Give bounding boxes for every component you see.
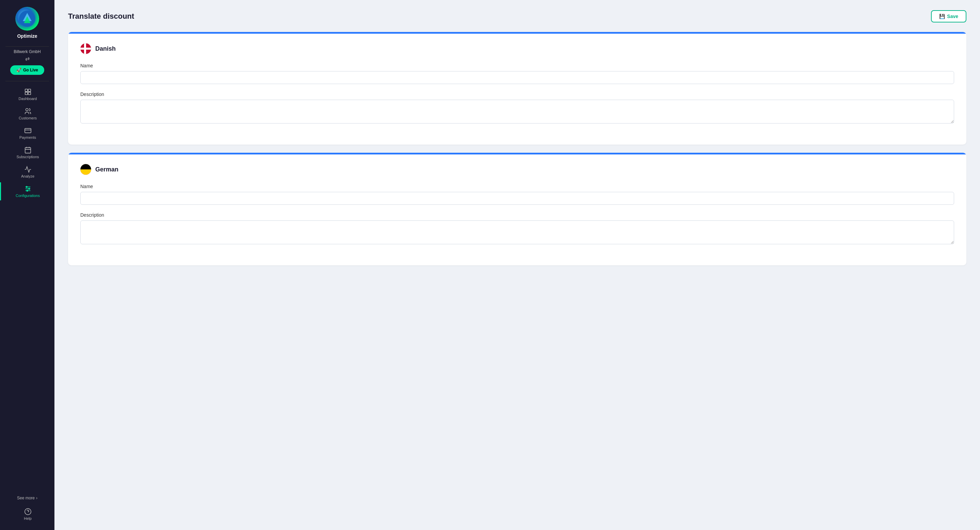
german-card: German Name Description: [68, 153, 966, 265]
app-logo: [15, 7, 39, 31]
svg-point-16: [24, 509, 30, 515]
german-flag: [80, 164, 91, 175]
svg-rect-3: [25, 89, 27, 92]
go-live-button[interactable]: 🚀 Go Live: [10, 65, 44, 75]
danish-lang-name: Danish: [95, 45, 116, 52]
sidebar: Optimize Billwerk GmbH ⇄ 🚀 Go Live Dashb…: [0, 0, 54, 530]
rocket-icon: 🚀: [16, 68, 21, 73]
danish-name-label: Name: [80, 63, 954, 68]
svg-rect-5: [25, 92, 27, 95]
german-description-input[interactable]: [80, 221, 954, 244]
switch-icon[interactable]: ⇄: [25, 56, 30, 62]
sidebar-bottom: See more › Help: [0, 493, 54, 527]
svg-rect-20: [84, 43, 86, 54]
sidebar-item-subscriptions[interactable]: Subscriptions: [0, 144, 54, 162]
danish-name-input[interactable]: [80, 71, 954, 84]
svg-rect-9: [25, 148, 30, 154]
page-title: Translate discount: [68, 12, 134, 21]
german-description-label: Description: [80, 212, 954, 218]
danish-flag: [80, 43, 91, 54]
svg-rect-6: [28, 92, 30, 95]
german-lang-header: German: [80, 164, 954, 175]
svg-point-7: [25, 108, 28, 111]
main-content: Translate discount 💾 Save Danish: [54, 0, 980, 530]
chevron-right-icon: ›: [36, 496, 37, 500]
danish-card-body: Danish Name Description: [68, 34, 966, 144]
danish-lang-header: Danish: [80, 43, 954, 54]
german-name-label: Name: [80, 184, 954, 189]
german-name-input[interactable]: [80, 192, 954, 205]
save-icon: 💾: [939, 14, 945, 19]
dashboard-label: Dashboard: [19, 97, 37, 101]
sidebar-item-customers[interactable]: Customers: [0, 105, 54, 123]
save-button[interactable]: 💾 Save: [931, 10, 966, 22]
subscriptions-label: Subscriptions: [16, 155, 39, 159]
svg-point-15: [27, 190, 28, 192]
divider-top: [5, 46, 49, 47]
german-lang-name: German: [95, 166, 118, 173]
danish-description-group: Description: [80, 92, 954, 125]
sidebar-item-help[interactable]: Help: [0, 505, 54, 523]
sidebar-item-configurations[interactable]: Configurations: [0, 182, 54, 200]
danish-card: Danish Name Description: [68, 32, 966, 144]
configurations-label: Configurations: [16, 194, 40, 198]
company-name: Billwerk GmbH: [14, 49, 40, 54]
sidebar-item-payments[interactable]: Payments: [0, 124, 54, 142]
german-name-group: Name: [80, 184, 954, 205]
sidebar-item-analyze[interactable]: Analyze: [0, 163, 54, 181]
sidebar-nav: Dashboard Customers Payments: [0, 86, 54, 493]
danish-description-label: Description: [80, 92, 954, 97]
app-name: Optimize: [17, 33, 37, 39]
svg-rect-8: [24, 129, 30, 133]
analyze-label: Analyze: [21, 174, 34, 178]
see-more-button[interactable]: See more ›: [17, 493, 37, 503]
payments-label: Payments: [19, 135, 36, 140]
svg-point-14: [28, 188, 30, 189]
svg-point-13: [26, 186, 27, 188]
german-card-body: German Name Description: [68, 154, 966, 265]
help-label: Help: [24, 516, 32, 520]
svg-rect-4: [28, 89, 30, 92]
main-header: Translate discount 💾 Save: [68, 10, 966, 22]
divider-nav: [5, 81, 49, 81]
danish-description-input[interactable]: [80, 100, 954, 124]
customers-label: Customers: [19, 116, 37, 120]
danish-name-group: Name: [80, 63, 954, 84]
sidebar-item-dashboard[interactable]: Dashboard: [0, 86, 54, 103]
german-description-group: Description: [80, 212, 954, 246]
